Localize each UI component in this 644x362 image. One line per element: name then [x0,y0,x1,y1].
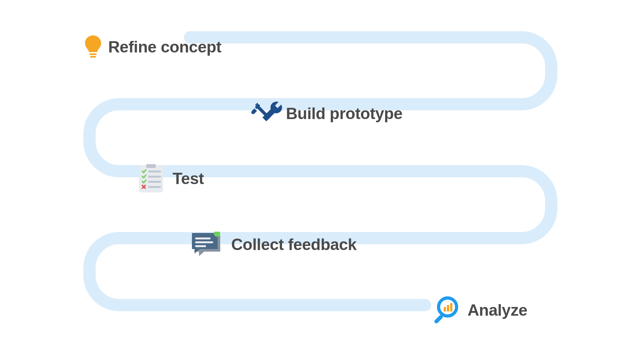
step-test: Test [138,164,204,193]
svg-rect-5 [148,171,161,172]
step-label: Analyze [468,301,527,320]
step-collect-feedback: Collect feedback [190,232,356,257]
step-label: Build prototype [286,104,402,123]
svg-rect-6 [148,176,161,178]
tools-icon [251,100,283,127]
step-analyze: Analyze [431,296,527,324]
svg-rect-0 [90,53,97,55]
svg-rect-15 [447,305,449,311]
comment-icon [190,232,222,257]
svg-rect-1 [90,56,96,58]
svg-rect-10 [195,241,213,243]
lightbulb-icon [84,35,102,59]
checklist-icon [138,164,164,193]
step-label: Refine concept [108,38,221,56]
svg-rect-4 [146,164,156,168]
step-refine-concept: Refine concept [84,35,221,59]
svg-rect-16 [450,303,452,311]
step-label: Test [173,169,204,188]
step-label: Collect feedback [231,235,356,254]
svg-rect-17 [433,314,443,324]
svg-rect-8 [148,186,161,188]
svg-rect-9 [195,237,211,239]
svg-rect-14 [444,307,446,311]
svg-rect-11 [195,245,206,247]
step-build-prototype: Build prototype [251,100,402,127]
magnify-chart-icon [431,296,460,324]
svg-rect-7 [148,181,161,183]
